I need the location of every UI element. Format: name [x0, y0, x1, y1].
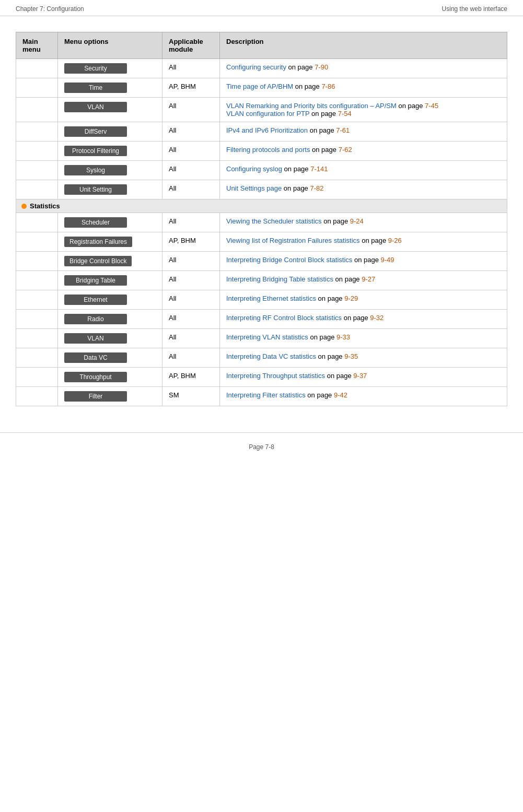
bridge-control-page[interactable]: 9-49 [381, 256, 394, 264]
desc-cell: Configuring syslog on page 7-141 [220, 161, 507, 180]
time-link[interactable]: Time page of AP/BHM [226, 83, 293, 90]
main-menu-cell [16, 78, 58, 98]
desc-cell: Interpreting VLAN statistics on page 9-3… [220, 329, 507, 348]
module-cell: All [162, 59, 220, 78]
data-vc-button[interactable]: Data VC [64, 352, 127, 363]
main-table: Main menu Menu options Applicable module… [16, 32, 507, 406]
desc-cell: Filtering protocols and ports on page 7-… [220, 142, 507, 161]
unit-setting-link[interactable]: Unit Settings page [226, 184, 282, 192]
vlan-page1[interactable]: 7-45 [425, 102, 438, 110]
main-menu-cell [16, 142, 58, 161]
filter-link[interactable]: Interpreting Filter statistics [226, 391, 306, 399]
throughput-text: on page [327, 372, 354, 380]
menu-option-cell: Data VC [58, 348, 162, 368]
filter-button[interactable]: Filter [64, 391, 127, 402]
table-row: Bridging Table All Interpreting Bridging… [16, 271, 507, 290]
throughput-button[interactable]: Throughput [64, 372, 127, 382]
main-menu-cell [16, 271, 58, 290]
ethernet-button[interactable]: Ethernet [64, 295, 127, 305]
bridge-control-button[interactable]: Bridge Control Block [64, 256, 132, 266]
table-row: Registration Failures AP, BHM Viewing li… [16, 232, 507, 252]
radio-button[interactable]: Radio [64, 314, 127, 324]
syslog-link[interactable]: Configuring syslog [226, 165, 282, 173]
data-vc-page[interactable]: 9-35 [344, 352, 358, 360]
vlan-stats-link[interactable]: Interpreting VLAN statistics [226, 333, 308, 341]
statistics-header-cell: Statistics [16, 199, 507, 213]
reg-failures-page[interactable]: 9-26 [388, 237, 402, 244]
security-button[interactable]: Security [64, 63, 127, 74]
data-vc-link[interactable]: Interpreting Data VC statistics [226, 352, 316, 360]
radio-text: on page [344, 314, 370, 322]
security-page-link[interactable]: 7-90 [315, 63, 328, 71]
scheduler-button[interactable]: Scheduler [64, 217, 127, 228]
module-cell: All [162, 161, 220, 180]
reg-failures-link[interactable]: Viewing list of Registration Failures st… [226, 237, 360, 244]
desc-cell: Interpreting RF Control Block statistics… [220, 310, 507, 329]
module-cell: All [162, 310, 220, 329]
vlan-stats-button[interactable]: VLAN [64, 333, 127, 344]
vlan-stats-page[interactable]: 9-33 [336, 333, 350, 341]
desc-cell: Interpreting Throughput statistics on pa… [220, 368, 507, 387]
statistics-header-div: Statistics [16, 199, 507, 213]
menu-option-cell: Throughput [58, 368, 162, 387]
menu-option-cell: Protocol Filtering [58, 142, 162, 161]
bridge-control-link[interactable]: Interpreting Bridge Control Block statis… [226, 256, 352, 264]
bridge-control-text: on page [354, 256, 381, 264]
desc-cell: Configuring security on page 7-90 [220, 59, 507, 78]
protocol-page[interactable]: 7-62 [339, 146, 352, 154]
diffserv-page[interactable]: 7-61 [336, 126, 350, 134]
radio-link[interactable]: Interpreting RF Control Block statistics [226, 314, 342, 322]
throughput-page[interactable]: 9-37 [353, 372, 367, 380]
main-menu-cell [16, 98, 58, 122]
diffserv-text: on page [310, 126, 336, 134]
unit-setting-button[interactable]: Unit Setting [64, 184, 127, 195]
ethernet-link[interactable]: Interpreting Ethernet statistics [226, 295, 316, 302]
security-link[interactable]: Configuring security [226, 63, 286, 71]
unit-setting-page[interactable]: 7-82 [310, 184, 323, 192]
bridging-table-button[interactable]: Bridging Table [64, 275, 127, 286]
throughput-link[interactable]: Interpreting Throughput statistics [226, 372, 325, 380]
module-cell: AP, BHM [162, 368, 220, 387]
table-row: Security All Configuring security on pag… [16, 59, 507, 78]
protocol-text: on page [312, 146, 339, 154]
ethernet-page[interactable]: 9-29 [344, 295, 358, 302]
data-vc-text: on page [318, 352, 345, 360]
protocol-link[interactable]: Filtering protocols and ports [226, 146, 310, 154]
main-menu-cell [16, 252, 58, 271]
vlan-page-pre2: on page [311, 110, 338, 117]
vlan-link2[interactable]: VLAN configuration for PTP [226, 110, 309, 117]
time-page-link[interactable]: 7-86 [321, 83, 335, 90]
vlan-link1[interactable]: VLAN Remarking and Priority bits configu… [226, 102, 397, 110]
radio-page[interactable]: 9-32 [370, 314, 383, 322]
protocol-filtering-button[interactable]: Protocol Filtering [64, 146, 127, 156]
desc-cell: IPv4 and IPv6 Prioritization on page 7-6… [220, 122, 507, 142]
scheduler-link[interactable]: Viewing the Scheduler statistics [226, 217, 322, 225]
filter-page[interactable]: 9-42 [334, 391, 347, 399]
desc-cell: Time page of AP/BHM on page 7-86 [220, 78, 507, 98]
bridging-table-page[interactable]: 9-27 [362, 275, 375, 283]
col-header-menu: Menu options [58, 32, 162, 59]
syslog-page[interactable]: 7-141 [310, 165, 328, 173]
menu-option-cell: Time [58, 78, 162, 98]
bridging-table-link[interactable]: Interpreting Bridging Table statistics [226, 275, 333, 283]
reg-failures-button[interactable]: Registration Failures [64, 237, 132, 247]
main-menu-cell [16, 122, 58, 142]
page-header: Chapter 7: Configuration Using the web i… [0, 0, 523, 16]
desc-cell: Unit Settings page on page 7-82 [220, 180, 507, 199]
syslog-button[interactable]: Syslog [64, 165, 127, 175]
scheduler-page[interactable]: 9-24 [350, 217, 364, 225]
diffserv-button[interactable]: DiffServ [64, 126, 127, 137]
table-row: Filter SM Interpreting Filter statistics… [16, 387, 507, 406]
diffserv-link[interactable]: IPv4 and IPv6 Prioritization [226, 126, 308, 134]
table-row: Data VC All Interpreting Data VC statist… [16, 348, 507, 368]
module-cell: All [162, 252, 220, 271]
menu-option-cell: DiffServ [58, 122, 162, 142]
menu-option-cell: Syslog [58, 161, 162, 180]
vlan-button[interactable]: VLAN [64, 102, 127, 112]
table-row: Scheduler All Viewing the Scheduler stat… [16, 213, 507, 232]
main-menu-cell [16, 232, 58, 252]
vlan-page2[interactable]: 7-54 [338, 110, 352, 117]
desc-cell: Viewing list of Registration Failures st… [220, 232, 507, 252]
desc-cell: Interpreting Filter statistics on page 9… [220, 387, 507, 406]
time-button[interactable]: Time [64, 83, 127, 93]
